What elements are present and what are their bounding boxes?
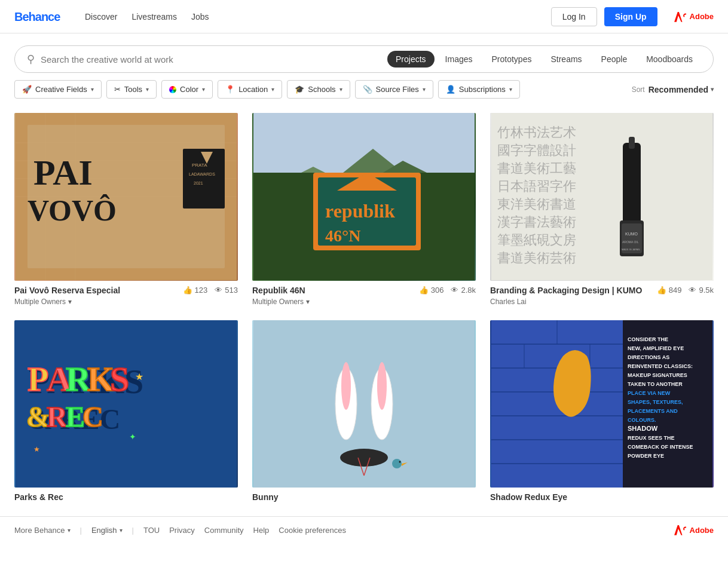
project-stats: 👍 849 👁 9.5k (657, 286, 714, 295)
tab-images[interactable]: Images (437, 51, 481, 68)
svg-text:P: P (27, 360, 48, 399)
svg-text:★: ★ (33, 445, 40, 453)
svg-rect-37 (629, 137, 635, 149)
eye-icon: 👁 (451, 286, 458, 295)
nav-jobs[interactable]: Jobs (191, 12, 209, 22)
nav-discover[interactable]: Discover (85, 12, 117, 22)
filter-source-files[interactable]: 📎 Source Files ▾ (355, 80, 433, 99)
thumb-image-6: CONSIDER THE NEW, AMPLIFIED EYE DIRECTIO… (490, 320, 714, 488)
tab-moodboards[interactable]: Moodboards (638, 51, 701, 68)
footer-link-community[interactable]: Community (204, 526, 244, 535)
owner-dropdown-icon[interactable]: ▾ (68, 298, 72, 306)
svg-text:★: ★ (135, 372, 143, 382)
thumb-image-3: 竹林书法艺术 國字字體設計 書道美術工藝 日本語習字作 東洋美術書道 漢字書法藝… (490, 113, 714, 281)
project-card[interactable]: Bunny (252, 320, 476, 502)
project-stats: 👍 306 👁 2.8k (419, 286, 476, 295)
tools-icon: ✂ (114, 85, 121, 94)
owner-link[interactable]: Multiple Owners (252, 298, 304, 306)
filter-location[interactable]: 📍 Location ▾ (218, 80, 282, 99)
filter-location-label: Location (238, 85, 268, 94)
tab-streams[interactable]: Streams (542, 51, 590, 68)
svg-point-62 (341, 362, 351, 410)
svg-text:書道美術芸術: 書道美術芸術 (497, 250, 576, 265)
svg-text:SHADOW: SHADOW (628, 425, 658, 432)
project-thumbnail: republik 46°N (252, 113, 476, 281)
svg-text:COMEBACK OF INTENSE: COMEBACK OF INTENSE (628, 444, 693, 450)
likes-count: 123 (195, 286, 208, 295)
more-behance[interactable]: More Behance ▾ (14, 526, 71, 535)
behance-logo[interactable]: Behance (14, 10, 68, 23)
project-card[interactable]: 竹林书法艺术 國字字體設計 書道美術工藝 日本語習字作 東洋美術書道 漢字書法藝… (490, 113, 714, 306)
owner-link[interactable]: Charles Lai (490, 298, 527, 306)
sort-button[interactable]: Recommended ▾ (649, 85, 714, 94)
projects-grid: PAI VOVÔ PRATA LADAWARDS 2021 Pai Vovô R… (0, 106, 728, 516)
project-stats: 👍 123 👁 513 (183, 286, 238, 295)
project-meta: Branding & Packaging Design | KUMO 👍 849… (490, 281, 714, 306)
project-card[interactable]: republik 46°N Republik 46N 👍 306 👁 2.8k (252, 113, 476, 306)
footer-link-cookie[interactable]: Cookie preferences (279, 526, 346, 535)
footer-link-help[interactable]: Help (253, 526, 270, 535)
likes-count: 849 (669, 286, 682, 295)
svg-text:MADE IN JAPAN: MADE IN JAPAN (622, 248, 640, 251)
filter-tools-label: Tools (124, 85, 142, 94)
filter-subscriptions[interactable]: 👤 Subscriptions ▾ (438, 80, 520, 99)
navbar: Behance Discover Livestreams Jobs Log In… (0, 0, 728, 33)
project-card[interactable]: CONSIDER THE NEW, AMPLIFIED EYE DIRECTIO… (490, 320, 714, 502)
chevron-down-icon: ▾ (202, 86, 205, 93)
project-thumbnail (252, 320, 476, 488)
chevron-down-icon: ▾ (271, 86, 274, 93)
color-icon (169, 86, 176, 93)
owner-link[interactable]: Multiple Owners (14, 298, 66, 306)
svg-text:✦: ✦ (129, 432, 136, 442)
project-meta: Bunny (252, 488, 476, 502)
project-title: Shadow Redux Eye (490, 492, 567, 502)
likes-count: 306 (431, 286, 444, 295)
svg-text:R: R (47, 401, 68, 433)
login-button[interactable]: Log In (551, 7, 597, 26)
filter-schools[interactable]: 🎓 Schools ▾ (287, 80, 350, 99)
filter-tools[interactable]: ✂ Tools ▾ (106, 80, 157, 99)
owner-dropdown-icon[interactable]: ▾ (306, 298, 310, 306)
nav-livestreams[interactable]: Livestreams (131, 12, 176, 22)
svg-text:TAKEN TO ANOTHER: TAKEN TO ANOTHER (628, 381, 683, 387)
eye-icon: 👁 (689, 286, 696, 295)
filter-subscriptions-label: Subscriptions (459, 85, 506, 94)
thumb-image-1: PAI VOVÔ PRATA LADAWARDS 2021 (14, 113, 238, 281)
signup-button[interactable]: Sign Up (604, 7, 657, 26)
location-icon: 📍 (225, 85, 235, 94)
filter-creative-fields-label: Creative Fields (35, 85, 87, 94)
project-title: Parks & Rec (14, 492, 63, 502)
project-thumbnail: PARKS & REC P A R K S & R E C ★ ★ ✦ (14, 320, 238, 488)
views-count: 2.8k (461, 286, 476, 295)
footer-links: TOU Privacy Community Help Cookie prefer… (143, 526, 346, 535)
svg-text:書道美術工藝: 書道美術工藝 (497, 161, 576, 176)
svg-text:漢字書法藝術: 漢字書法藝術 (497, 214, 576, 229)
tab-people[interactable]: People (593, 51, 636, 68)
svg-text:republik: republik (325, 200, 395, 222)
footer-link-privacy[interactable]: Privacy (169, 526, 195, 535)
school-icon: 🎓 (295, 85, 304, 94)
filter-creative-fields[interactable]: 🚀 Creative Fields ▾ (14, 80, 102, 99)
filter-color[interactable]: Color ▾ (161, 80, 213, 99)
views-stat: 👁 2.8k (451, 286, 476, 295)
svg-text:S: S (110, 360, 129, 399)
svg-text:PLACEMENTS AND: PLACEMENTS AND (628, 408, 678, 414)
svg-text:筆墨紙硯文房: 筆墨紙硯文房 (497, 232, 576, 247)
search-bar: ⚲ Projects Images Prototypes Streams Peo… (14, 45, 714, 73)
project-thumbnail: 竹林书法艺术 國字字體設計 書道美術工藝 日本語習字作 東洋美術書道 漢字書法藝… (490, 113, 714, 281)
filters-section: 🚀 Creative Fields ▾ ✂ Tools ▾ Color ▾ 📍 … (0, 73, 728, 106)
project-thumbnail: CONSIDER THE NEW, AMPLIFIED EYE DIRECTIO… (490, 320, 714, 488)
project-meta: Parks & Rec (14, 488, 238, 502)
rocket-icon: 🚀 (22, 85, 32, 94)
tab-projects[interactable]: Projects (387, 51, 435, 68)
svg-text:PRATA: PRATA (192, 163, 207, 168)
project-card[interactable]: PAI VOVÔ PRATA LADAWARDS 2021 Pai Vovô R… (14, 113, 238, 306)
tab-prototypes[interactable]: Prototypes (484, 51, 540, 68)
footer-link-tou[interactable]: TOU (143, 526, 160, 535)
svg-text:AROMA OIL: AROMA OIL (622, 240, 639, 244)
chevron-down-icon: ▾ (146, 86, 149, 93)
project-card[interactable]: PARKS & REC P A R K S & R E C ★ ★ ✦ (14, 320, 238, 502)
search-input[interactable] (41, 54, 387, 65)
project-meta: Shadow Redux Eye (490, 488, 714, 502)
language-selector[interactable]: English ▾ (91, 526, 123, 535)
